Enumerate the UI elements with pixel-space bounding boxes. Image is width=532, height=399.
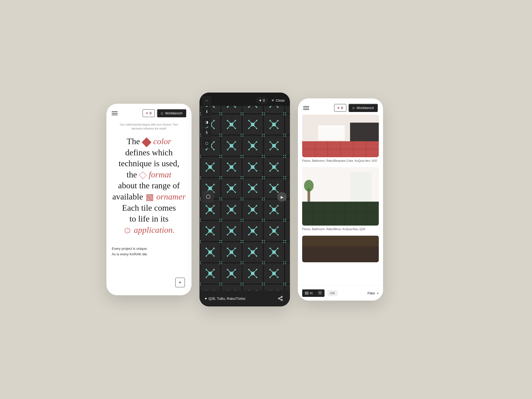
right-workbench-button[interactable]: ◇ Workbench — [348, 104, 378, 112]
svg-point-21 — [281, 296, 282, 298]
gallery-image-2 — [302, 167, 379, 226]
list-view-button[interactable]: 41 — [302, 290, 315, 296]
svg-text:▶: ▶ — [281, 195, 284, 199]
gallery-item-1[interactable]: Floors, Bathroom, Raku/Bespoke-Color, Ku… — [302, 115, 379, 163]
gallery-item-3[interactable] — [302, 236, 379, 262]
svg-rect-35 — [318, 125, 345, 140]
svg-rect-51 — [302, 236, 379, 246]
svg-line-25 — [280, 297, 281, 298]
format-word: format — [149, 170, 171, 179]
svg-point-23 — [281, 299, 282, 301]
color-swatch-icon — [142, 137, 152, 147]
right-workbench-label: Workbench — [356, 106, 374, 110]
tile-pattern-display: ⬡ ▶ — [200, 93, 290, 305]
hero-line-6: available ornamer — [112, 191, 186, 202]
hex-button[interactable]: ⬡ — [202, 139, 211, 148]
screens-container: ♥ 0 ◇ Workbench Our craftsmanship begins… — [106, 93, 426, 306]
svg-point-49 — [304, 180, 314, 192]
hero-line-5: about the range of — [112, 180, 186, 191]
like-button[interactable]: ♥ 0 — [143, 109, 155, 117]
svg-line-24 — [280, 299, 281, 300]
svg-rect-36 — [350, 123, 379, 141]
application-word: application. — [134, 225, 175, 235]
workbench-button[interactable]: ◇ Workbench — [157, 109, 186, 117]
subtitle-text: Our craftsmanship begins with your choic… — [106, 120, 192, 136]
svg-point-22 — [279, 298, 280, 299]
gallery-item-2[interactable]: Floors, Bathroom, Raku/Moss, KuQua-Rau, … — [302, 167, 379, 231]
svg-rect-58 — [320, 293, 322, 295]
close-button[interactable]: ✕ Close — [271, 98, 285, 102]
plus-icon: + — [377, 291, 379, 295]
gallery-image-1 — [302, 115, 379, 157]
tile-label: ♥ Q28, TuBu, Raku/Türkis — [205, 297, 245, 301]
phone-right: ♥ 0 ◇ Workbench — [298, 98, 383, 301]
x-icon: ✕ — [271, 98, 274, 102]
svg-rect-56 — [320, 291, 322, 293]
ornamer-swatch-icon — [146, 194, 153, 201]
heart-icon: ♥ — [146, 111, 148, 115]
grid-view-button[interactable] — [315, 289, 325, 297]
hero-line-7: Each tile comes — [112, 202, 186, 214]
hero-line-8: to life in its — [112, 213, 186, 225]
share-button[interactable] — [276, 294, 285, 303]
plus-button[interactable]: + — [175, 278, 185, 287]
like-count: 0 — [149, 111, 151, 115]
right-hamburger-menu[interactable] — [303, 106, 309, 110]
contrast-button[interactable]: ◑ — [202, 118, 211, 127]
svg-rect-57 — [318, 293, 320, 295]
right-header: ♥ 0 ◇ Workbench — [298, 98, 383, 115]
hamburger-menu[interactable] — [112, 111, 118, 115]
left-header: ♥ 0 ◇ Workbench — [106, 104, 192, 120]
gallery-caption-2: Floors, Bathroom, Raku/Moss, KuQua-Rau, … — [302, 226, 379, 231]
hero-line-1: The color — [112, 136, 186, 147]
price-button[interactable]: $ — [202, 128, 211, 137]
phone-left: ♥ 0 ◇ Workbench Our craftsmanship begins… — [106, 104, 192, 295]
hero-text: The color defines which technique is use… — [106, 136, 192, 235]
gallery-image-3 — [302, 236, 379, 262]
heart-icon-small: ♥ — [205, 297, 207, 301]
gallery-caption-1: Floors, Bathroom, Raku/Bespoke-Color, Ku… — [302, 157, 379, 163]
svg-text:⬡: ⬡ — [206, 194, 210, 200]
view-toggle: 41 — [302, 289, 325, 297]
phone-center: ··· ℹ ◑ $ ⬡ ♥ 0 ✕ Close — [200, 93, 290, 306]
ornamer-word: ornamer — [156, 192, 186, 201]
svg-rect-39 — [302, 202, 379, 226]
svg-rect-47 — [350, 172, 371, 202]
application-hex-icon: ⬡ — [124, 227, 131, 234]
right-heart-icon: ♥ — [338, 106, 340, 110]
heart-icon: ♥ — [259, 98, 261, 102]
hero-line-9: ⬡ application. — [112, 225, 186, 236]
hero-line-2: defines which — [112, 147, 186, 158]
center-like-count: 0 — [263, 98, 265, 102]
grid-count-badge: 336 — [327, 290, 337, 296]
center-header: ♥ 0 ✕ Close — [200, 93, 290, 108]
right-like-button[interactable]: ♥ 0 — [334, 104, 347, 112]
info-button[interactable]: ℹ — [202, 107, 211, 116]
hero-line-3: technique is used, — [112, 158, 186, 169]
right-like-count: 0 — [341, 106, 343, 110]
center-bottom-bar: ♥ Q28, TuBu, Raku/Türkis — [200, 290, 290, 306]
svg-text:⬡: ⬡ — [127, 230, 128, 232]
hero-line-4: the format — [112, 169, 186, 180]
gallery: Floors, Bathroom, Raku/Bespoke-Color, Ku… — [298, 115, 383, 267]
filter-button[interactable]: Filter + — [368, 291, 379, 295]
right-diamond-icon: ◇ — [352, 106, 355, 110]
color-word: color — [153, 136, 171, 146]
svg-rect-55 — [318, 291, 320, 293]
footer-text: Every project is unique. As is every KAR… — [106, 235, 192, 263]
workbench-label: Workbench — [165, 111, 182, 115]
close-label: Close — [276, 98, 285, 102]
center-like-button[interactable]: ♥ 0 — [256, 97, 269, 104]
diamond-icon: ◇ — [161, 111, 163, 115]
bottom-bar: 41 336 Filter + — [298, 285, 383, 301]
list-count: 41 — [310, 292, 313, 295]
format-diamond-icon — [139, 172, 147, 179]
